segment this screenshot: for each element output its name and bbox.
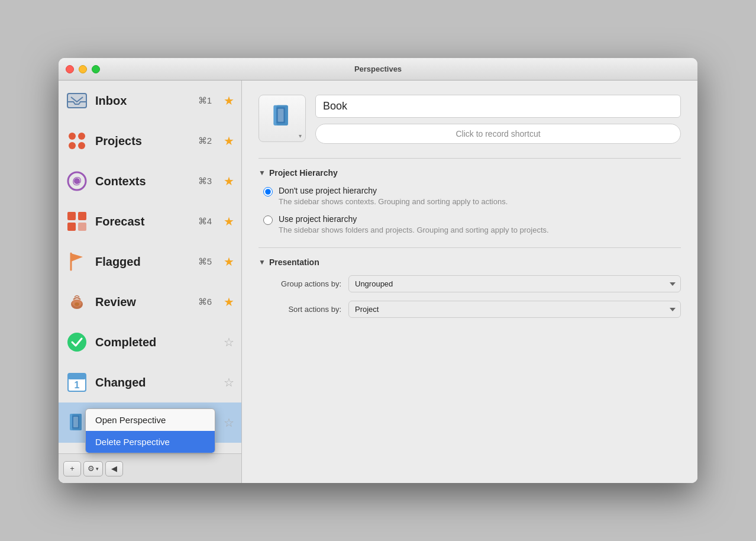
flagged-star[interactable]: ★ (224, 255, 234, 269)
review-star[interactable]: ★ (224, 295, 234, 309)
flagged-icon (66, 250, 88, 273)
sidebar-label-changed: Changed (95, 376, 205, 389)
section-triangle-hierarchy: ▼ (259, 169, 266, 177)
main-window: Perspectives Inbox ⌘1 (59, 58, 697, 483)
contexts-star[interactable]: ★ (224, 174, 234, 188)
contexts-icon: @ (66, 170, 88, 192)
sort-actions-row: Sort actions by: Project Context Due Dat… (259, 301, 681, 318)
perspective-icon-button[interactable]: ▾ (259, 95, 306, 142)
no-hierarchy-option[interactable]: Don't use project hierarchy The sidebar … (263, 186, 681, 207)
sidebar-item-projects[interactable]: Projects ⌘2 ★ (59, 121, 241, 161)
svg-point-5 (78, 142, 85, 149)
sidebar-label-completed: Completed (95, 336, 205, 349)
section-header-presentation: ▼ Presentation (259, 257, 681, 267)
sort-actions-select[interactable]: Project Context Due Date Added Date Modi… (348, 301, 681, 318)
flagged-shortcut: ⌘5 (198, 256, 212, 267)
sidebar-item-inbox[interactable]: Inbox ⌘1 ★ (59, 80, 241, 121)
section-title-hierarchy: Project Hierarchy (269, 168, 338, 178)
section-title-presentation: Presentation (269, 257, 319, 267)
use-hierarchy-radio[interactable] (263, 215, 273, 225)
forecast-star[interactable]: ★ (224, 214, 234, 228)
titlebar: Perspectives (59, 58, 697, 80)
sidebar-item-review[interactable]: Review ⌘6 ★ (59, 282, 241, 322)
sidebar-item-contexts[interactable]: @ Contexts ⌘3 ★ (59, 161, 241, 201)
hierarchy-radio-group: Don't use project hierarchy The sidebar … (259, 186, 681, 236)
sidebar-label-projects: Projects (95, 134, 191, 148)
book-star[interactable]: ☆ (224, 416, 234, 430)
review-icon (66, 291, 88, 313)
completed-star[interactable]: ☆ (224, 335, 234, 349)
sidebar: Inbox ⌘1 ★ Projects ⌘2 (59, 80, 242, 483)
record-shortcut-button[interactable]: Click to record shortcut (315, 124, 681, 144)
contexts-shortcut: ⌘3 (198, 176, 212, 186)
svg-rect-11 (67, 223, 76, 231)
gear-chevron-icon: ▾ (96, 466, 99, 472)
group-actions-row: Group actions by: Ungrouped Project Cont… (259, 275, 681, 292)
sidebar-label-flagged: Flagged (95, 255, 191, 269)
no-hierarchy-label: Don't use project hierarchy (279, 186, 508, 195)
use-hierarchy-desc: The sidebar shows folders and projects. … (279, 225, 549, 236)
svg-rect-24 (73, 417, 78, 427)
svg-rect-28 (278, 108, 284, 121)
back-icon: ◀ (111, 464, 117, 473)
projects-shortcut: ⌘2 (198, 136, 212, 146)
window-title: Perspectives (354, 65, 402, 73)
perspective-header: ▾ Click to record shortcut (259, 95, 681, 144)
sidebar-label-inbox: Inbox (95, 94, 191, 108)
perspective-fields: Click to record shortcut (315, 95, 681, 144)
sidebar-items-list: Inbox ⌘1 ★ Projects ⌘2 (59, 80, 241, 453)
svg-rect-0 (67, 94, 86, 108)
sidebar-label-review: Review (95, 295, 191, 309)
group-actions-label: Group actions by: (259, 279, 341, 288)
sidebar-item-changed[interactable]: 1 Changed ☆ (59, 362, 241, 402)
perspective-name-input[interactable] (315, 95, 681, 118)
sidebar-toolbar: + ⚙ ▾ ◀ Open Perspective Delete Perspect… (59, 453, 241, 483)
sort-actions-label: Sort actions by: (259, 305, 341, 314)
svg-rect-10 (78, 212, 86, 220)
no-hierarchy-radio[interactable] (263, 187, 273, 197)
no-hierarchy-desc: The sidebar shows contexts. Grouping and… (279, 197, 508, 207)
svg-point-4 (69, 142, 76, 149)
presentation-section: ▼ Presentation Group actions by: Ungroup… (259, 257, 681, 318)
svg-point-15 (75, 302, 79, 306)
delete-perspective-item[interactable]: Delete Perspective (86, 431, 215, 453)
gear-dropdown-menu: Open Perspective Delete Perspective (85, 408, 215, 453)
open-perspective-item[interactable]: Open Perspective (86, 409, 215, 431)
window-body: Inbox ⌘1 ★ Projects ⌘2 (59, 80, 697, 483)
inbox-shortcut: ⌘1 (198, 95, 212, 106)
svg-rect-9 (67, 212, 76, 220)
review-shortcut: ⌘6 (198, 297, 212, 307)
changed-star[interactable]: ☆ (224, 375, 234, 389)
section-triangle-presentation: ▼ (259, 258, 266, 266)
close-button[interactable] (66, 65, 74, 73)
sidebar-item-flagged[interactable]: Flagged ⌘5 ★ (59, 241, 241, 282)
icon-dropdown-chevron: ▾ (299, 133, 302, 139)
minimize-button[interactable] (79, 65, 87, 73)
gear-icon: ⚙ (88, 464, 95, 473)
right-panel: ▾ Click to record shortcut ▼ Project Hie… (242, 80, 697, 483)
completed-icon (66, 331, 88, 353)
projects-star[interactable]: ★ (224, 134, 234, 148)
svg-point-16 (67, 333, 86, 352)
svg-text:@: @ (72, 176, 82, 186)
group-actions-select[interactable]: Ungrouped Project Context Due Date (348, 275, 681, 292)
section-divider (259, 158, 681, 159)
presentation-divider (259, 247, 681, 248)
inbox-star[interactable]: ★ (224, 94, 234, 108)
section-header-hierarchy: ▼ Project Hierarchy (259, 168, 681, 178)
add-perspective-button[interactable]: + (63, 461, 81, 476)
traffic-lights (66, 65, 100, 73)
maximize-button[interactable] (92, 65, 100, 73)
sidebar-item-completed[interactable]: Completed ☆ (59, 322, 241, 362)
svg-rect-19 (68, 373, 86, 378)
gear-menu-button[interactable]: ⚙ ▾ (83, 461, 103, 476)
back-button[interactable]: ◀ (105, 461, 123, 476)
sidebar-label-forecast: Forecast (95, 215, 191, 228)
svg-text:1: 1 (75, 380, 80, 390)
sidebar-item-forecast[interactable]: Forecast ⌘4 ★ (59, 201, 241, 241)
project-hierarchy-section: ▼ Project Hierarchy Don't use project hi… (259, 168, 681, 236)
inbox-icon (66, 89, 88, 112)
changed-icon: 1 (66, 371, 88, 394)
forecast-icon (66, 210, 88, 233)
use-hierarchy-option[interactable]: Use project hierarchy The sidebar shows … (263, 214, 681, 236)
